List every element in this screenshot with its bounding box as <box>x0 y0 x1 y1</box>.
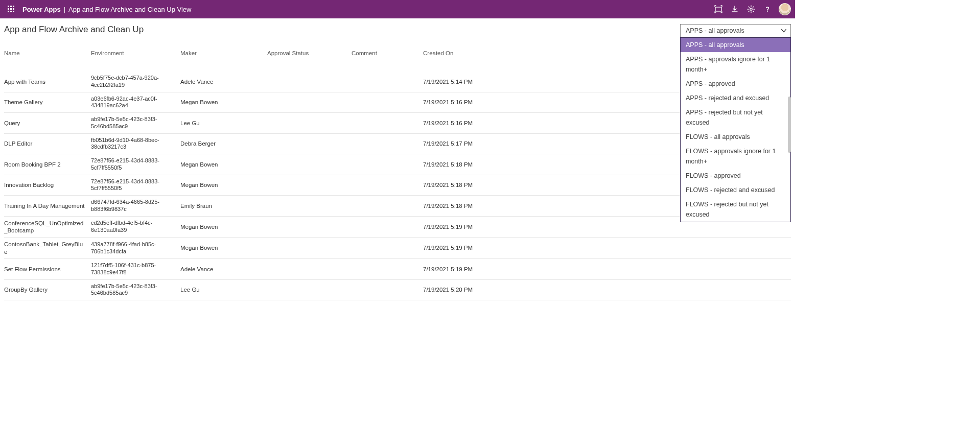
table-header: Name Environment Maker Approval Status C… <box>4 47 791 72</box>
col-name[interactable]: Name <box>4 50 91 56</box>
filter-option[interactable]: FLOWS - all approvals <box>681 130 790 144</box>
table-row[interactable]: Innovation Backlog72e87f56-e215-43d4-888… <box>4 175 791 196</box>
cell-name: App with Teams <box>4 78 91 85</box>
cell-created: 7/19/2021 5:19 PM <box>423 244 505 251</box>
cell-name: Training In A Day Management <box>4 202 91 209</box>
table-body: App with Teams9cb5f75e-dcb7-457a-920a-4c… <box>4 72 791 300</box>
app-title: App and Flow Archive and Clean Up View <box>68 6 191 13</box>
col-approval-status[interactable]: Approval Status <box>267 50 352 56</box>
table-row[interactable]: Theme Gallerya03e6fb6-92ac-4e37-ac0f-434… <box>4 92 791 113</box>
options-scrollbar[interactable] <box>788 97 791 153</box>
cell-created: 7/19/2021 5:19 PM <box>423 223 505 230</box>
table-row[interactable]: Set Flow Permissions121f7df5-106f-431c-b… <box>4 259 791 280</box>
cell-name: Theme Gallery <box>4 99 91 106</box>
view-filter-selected: APPS - all approvals <box>686 27 744 34</box>
cell-name: Room Booking BPF 2 <box>4 161 91 168</box>
title-separator: | <box>64 6 65 13</box>
cell-env: ab9fe17b-5e5c-423c-83f3-5c46bd585ac9 <box>91 116 180 130</box>
table-row[interactable]: ConferenceSQL_UnOptimized_Bootcampcd2d5e… <box>4 217 791 238</box>
filter-option[interactable]: FLOWS - rejected and excused <box>681 183 790 197</box>
cell-env: 72e87f56-e215-43d4-8883-5cf7ff5550f5 <box>91 178 180 193</box>
cell-maker: Megan Bowen <box>180 223 267 230</box>
cell-env: cd2d5eff-dfbd-4ef5-bf4c-6e130aa0fa39 <box>91 220 180 234</box>
cell-env: 9cb5f75e-dcb7-457a-920a-4cc2b2f2fa19 <box>91 75 180 89</box>
table-row[interactable]: Training In A Day Managementd66747fd-634… <box>4 196 791 217</box>
cell-name: Innovation Backlog <box>4 181 91 188</box>
cell-env: 72e87f56-e215-43d4-8883-5cf7ff5550f5 <box>91 157 180 172</box>
table-row[interactable]: Room Booking BPF 272e87f56-e215-43d4-888… <box>4 154 791 175</box>
cell-env: a03e6fb6-92ac-4e37-ac0f-434819ac62a4 <box>91 96 180 110</box>
filter-option[interactable]: FLOWS - approvals ignore for 1 month+ <box>681 144 790 169</box>
settings-button[interactable] <box>743 1 759 17</box>
col-comment[interactable]: Comment <box>352 50 423 56</box>
filter-option[interactable]: FLOWS - rejected but not yet excused <box>681 197 790 222</box>
cell-name: ContosoBank_Tablet_GreyBlue <box>4 241 91 255</box>
gear-icon <box>747 5 755 13</box>
cell-created: 7/19/2021 5:16 PM <box>423 99 505 106</box>
cell-maker: Debra Berger <box>180 140 267 147</box>
svg-rect-0 <box>715 7 721 11</box>
cell-maker: Megan Bowen <box>180 161 267 168</box>
cell-maker: Lee Gu <box>180 286 267 293</box>
table-row[interactable]: GroupBy Galleryab9fe17b-5e5c-423c-83f3-5… <box>4 280 791 301</box>
fit-icon <box>714 5 722 13</box>
table-row[interactable]: Queryab9fe17b-5e5c-423c-83f3-5c46bd585ac… <box>4 113 791 134</box>
brand-name: Power Apps <box>22 6 61 13</box>
view-filter-select[interactable]: APPS - all approvals <box>680 24 791 37</box>
table-row[interactable]: DLP Editorfb051b6d-9d10-4a68-8bec-38cdfb… <box>4 134 791 155</box>
cell-created: 7/19/2021 5:18 PM <box>423 181 505 188</box>
cell-env: 121f7df5-106f-431c-b875-73838c9e47f8 <box>91 262 180 276</box>
cell-created: 7/19/2021 5:14 PM <box>423 78 505 85</box>
cell-created: 7/19/2021 5:17 PM <box>423 140 505 147</box>
filter-option[interactable]: APPS - all approvals <box>681 38 790 52</box>
cell-maker: Megan Bowen <box>180 244 267 251</box>
cell-env: 439a778f-f966-4fad-b85c-706b1c34dcfa <box>91 241 180 255</box>
app-launcher-button[interactable] <box>4 2 18 16</box>
filter-option[interactable]: APPS - approvals ignore for 1 month+ <box>681 52 790 77</box>
table-row[interactable]: App with Teams9cb5f75e-dcb7-457a-920a-4c… <box>4 72 791 92</box>
cell-env: fb051b6d-9d10-4a68-8bec-38cdfb3217c3 <box>91 137 180 151</box>
cell-maker: Adele Vance <box>180 266 267 273</box>
download-icon <box>731 5 739 13</box>
chevron-down-icon <box>780 27 787 34</box>
col-environment[interactable]: Environment <box>91 50 180 56</box>
download-button[interactable] <box>727 1 743 17</box>
filter-option[interactable]: APPS - approved <box>681 77 790 91</box>
cell-maker: Lee Gu <box>180 120 267 127</box>
cell-created: 7/19/2021 5:16 PM <box>423 120 505 127</box>
page-title: App and Flow Archive and Clean Up <box>4 25 791 35</box>
help-icon <box>763 5 772 13</box>
filter-option[interactable]: APPS - rejected and excused <box>681 91 790 105</box>
col-created-on[interactable]: Created On <box>423 50 505 56</box>
cell-name: Set Flow Permissions <box>4 266 91 273</box>
svg-point-1 <box>750 8 752 10</box>
cell-name: GroupBy Gallery <box>4 286 91 293</box>
cell-maker: Megan Bowen <box>180 99 267 106</box>
user-avatar[interactable] <box>779 3 791 15</box>
app-header: Power Apps | App and Flow Archive and Cl… <box>0 0 795 18</box>
data-table: Name Environment Maker Approval Status C… <box>4 47 791 300</box>
filter-option[interactable]: FLOWS - approved <box>681 169 790 183</box>
filter-option[interactable]: APPS - rejected but not yet excused <box>681 105 790 130</box>
view-filter-options: APPS - all approvals APPS - approvals ig… <box>680 37 791 222</box>
cell-created: 7/19/2021 5:19 PM <box>423 266 505 273</box>
cell-name: DLP Editor <box>4 140 91 147</box>
waffle-icon <box>8 6 15 13</box>
cell-created: 7/19/2021 5:18 PM <box>423 161 505 168</box>
cell-maker: Adele Vance <box>180 78 267 85</box>
cell-created: 7/19/2021 5:20 PM <box>423 286 505 293</box>
cell-maker: Emily Braun <box>180 202 267 209</box>
page-body: App and Flow Archive and Clean Up APPS -… <box>0 18 795 345</box>
cell-created: 7/19/2021 5:18 PM <box>423 202 505 209</box>
fit-to-screen-button[interactable] <box>710 1 727 17</box>
cell-env: ab9fe17b-5e5c-423c-83f3-5c46bd585ac9 <box>91 283 180 297</box>
col-maker[interactable]: Maker <box>180 50 267 56</box>
cell-maker: Megan Bowen <box>180 181 267 188</box>
cell-name: Query <box>4 120 91 127</box>
help-button[interactable] <box>759 1 776 17</box>
cell-env: d66747fd-634a-4665-8d25-b883f6b9837c <box>91 199 180 213</box>
table-row[interactable]: ContosoBank_Tablet_GreyBlue439a778f-f966… <box>4 238 791 259</box>
cell-name: ConferenceSQL_UnOptimized_Bootcamp <box>4 220 91 234</box>
view-filter: APPS - all approvals APPS - all approval… <box>680 24 791 222</box>
